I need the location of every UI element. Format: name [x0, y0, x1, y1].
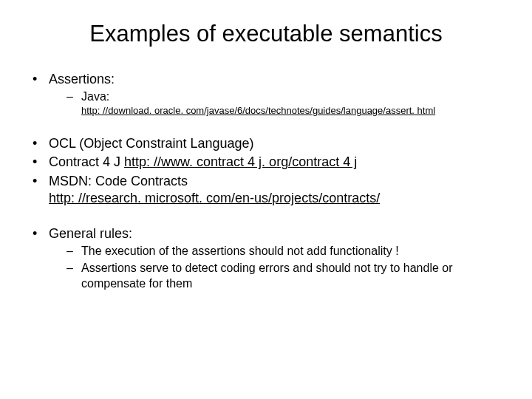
sublist-assertions: Java: http: //download. oracle. com/java…	[49, 89, 505, 117]
rule-1-text: The execution of the assertions should n…	[81, 245, 399, 257]
item-contract4j: Contract 4 J http: //www. contract 4 j. …	[27, 154, 505, 171]
bullet-list-3: General rules: The execution of the asse…	[27, 225, 505, 292]
item-contract4j-prefix: Contract 4 J	[49, 154, 124, 169]
bullet-list-2: OCL (Object Constraint Language) Contrac…	[27, 135, 505, 208]
item-assertions-text: Assertions:	[49, 72, 115, 86]
slide-title: Examples of executable semantics	[27, 21, 505, 47]
rule-2: Assertions serve to detect coding errors…	[66, 261, 505, 292]
item-ocl-text: OCL (Object Constraint Language)	[49, 136, 253, 151]
sublist-general-rules: The execution of the assertions should n…	[49, 244, 505, 291]
item-java-text: Java:	[81, 90, 109, 103]
contract4j-link[interactable]: http: //www. contract 4 j. org/contract …	[124, 154, 357, 169]
item-general-rules-text: General rules:	[49, 226, 132, 241]
item-msdn: MSDN: Code Contracts http: //research. m…	[27, 173, 505, 208]
rule-2-text: Assertions serve to detect coding errors…	[81, 262, 453, 290]
rule-1: The execution of the assertions should n…	[66, 244, 505, 259]
sublist-java: http: //download. oracle. com/javase/6/d…	[81, 105, 505, 117]
slide: Examples of executable semantics Asserti…	[0, 0, 532, 399]
java-assert-link[interactable]: http: //download. oracle. com/javase/6/d…	[81, 105, 435, 116]
item-java: Java: http: //download. oracle. com/java…	[66, 89, 505, 117]
spacer	[27, 209, 505, 225]
spacer	[27, 119, 505, 135]
msdn-link[interactable]: http: //research. microsoft. com/en-us/p…	[49, 191, 380, 205]
item-msdn-text: MSDN: Code Contracts	[49, 174, 188, 188]
item-ocl: OCL (Object Constraint Language)	[27, 135, 505, 152]
item-general-rules: General rules: The execution of the asse…	[27, 225, 505, 292]
bullet-list: Assertions: Java: http: //download. orac…	[27, 71, 505, 117]
item-assertions: Assertions: Java: http: //download. orac…	[27, 71, 505, 117]
item-java-link-row: http: //download. oracle. com/javase/6/d…	[81, 105, 505, 117]
